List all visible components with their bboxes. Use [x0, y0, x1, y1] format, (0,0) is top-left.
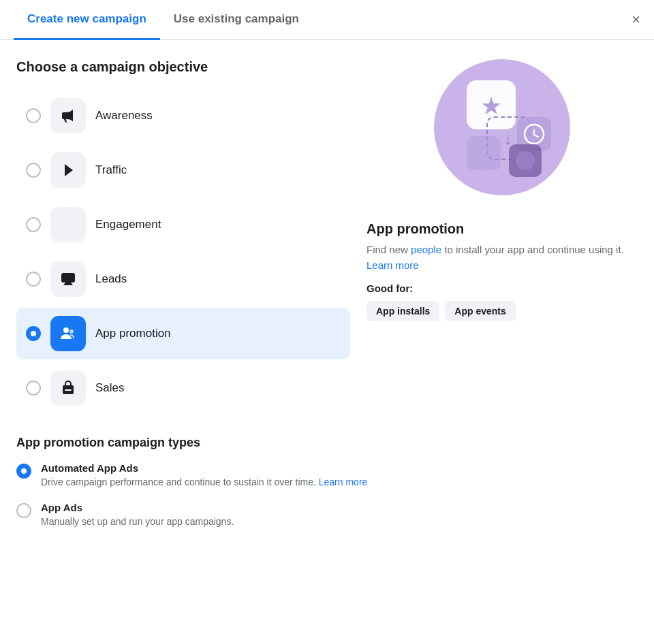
left-panel: Choose a campaign objective AwarenessTra…: [16, 59, 350, 417]
svg-text:↓: ↓: [504, 129, 512, 148]
objective-label-app_promotion: App promotion: [95, 327, 171, 340]
promo-desc-part1: Find new: [367, 244, 411, 255]
objective-label-leads: Leads: [95, 272, 127, 286]
icon-leads: [50, 261, 86, 297]
radio-sales: [26, 381, 41, 396]
campaign-types-list: Automated App AdsDrive campaign performa…: [16, 462, 638, 528]
objective-item-sales[interactable]: Sales: [16, 362, 350, 414]
icon-awareness: [50, 98, 86, 133]
section-title: Choose a campaign objective: [16, 59, 350, 75]
objective-item-app_promotion[interactable]: App promotion: [16, 308, 350, 359]
illustration-circle: ★ ↓: [434, 59, 570, 195]
campaign-type-text-automated: Automated App AdsDrive campaign performa…: [41, 462, 367, 489]
close-button[interactable]: ×: [632, 12, 640, 27]
radio-ct-app_ads: [16, 503, 31, 518]
objective-label-sales: Sales: [95, 381, 125, 395]
svg-rect-15: [467, 136, 501, 170]
campaign-types-title: App promotion campaign types: [16, 436, 638, 450]
objective-item-engagement[interactable]: 👍Engagement: [16, 199, 350, 251]
promo-title: App promotion: [367, 221, 638, 237]
icon-engagement: 👍: [50, 207, 86, 242]
icon-sales: [50, 370, 86, 406]
objective-item-leads[interactable]: Leads: [16, 253, 350, 305]
campaign-type-text-app_ads: App AdsManually set up and run your app …: [41, 502, 234, 529]
promo-description: Find new people to install your app and …: [367, 242, 638, 273]
tabs-bar: Create new campaign Use existing campaig…: [0, 0, 654, 40]
campaign-type-automated[interactable]: Automated App AdsDrive campaign performa…: [16, 462, 638, 489]
icon-traffic: [50, 152, 86, 188]
svg-rect-2: [61, 273, 75, 283]
svg-marker-0: [65, 164, 73, 176]
objective-label-traffic: Traffic: [95, 163, 127, 177]
campaign-type-link-automated[interactable]: Learn more: [319, 477, 368, 487]
radio-engagement: [26, 217, 41, 232]
objective-label-awareness: Awareness: [95, 109, 153, 123]
promo-desc-part2: to install your app and continue using i…: [441, 244, 624, 255]
objective-item-awareness[interactable]: Awareness: [16, 90, 350, 142]
modal-container: Create new campaign Use existing campaig…: [0, 0, 654, 644]
campaign-type-desc-app_ads: Manually set up and run your app campaig…: [41, 515, 234, 529]
tags-container: App installsApp events: [367, 301, 638, 321]
campaign-type-name-automated: Automated App Ads: [41, 462, 367, 474]
objectives-list: AwarenessTraffic👍EngagementLeadsApp prom…: [16, 90, 350, 414]
radio-awareness: [26, 108, 41, 123]
promo-link-people[interactable]: people: [411, 244, 441, 255]
svg-point-4: [69, 329, 74, 334]
campaign-type-desc-automated: Drive campaign performance and continue …: [41, 476, 367, 489]
tab-use-existing-campaign[interactable]: Use existing campaign: [160, 0, 313, 40]
svg-rect-6: [65, 389, 72, 391]
svg-text:👍: 👍: [62, 219, 76, 231]
campaign-type-name-app_ads: App Ads: [41, 502, 234, 513]
radio-traffic: [26, 163, 41, 178]
tag-app-events: App events: [445, 301, 515, 321]
main-content: Choose a campaign objective AwarenessTra…: [0, 40, 654, 436]
tab-create-new-campaign[interactable]: Create new campaign: [14, 0, 160, 40]
objective-item-traffic[interactable]: Traffic: [16, 144, 350, 196]
objective-label-engagement: Engagement: [95, 218, 161, 231]
right-panel: ★ ↓: [350, 59, 638, 417]
radio-leads: [26, 272, 41, 287]
promo-link-learn-more[interactable]: Learn more: [367, 259, 419, 271]
tag-app-installs: App installs: [367, 301, 439, 321]
campaign-type-app_ads[interactable]: App AdsManually set up and run your app …: [16, 502, 638, 529]
radio-ct-automated: [16, 464, 31, 479]
good-for-title: Good for:: [367, 283, 638, 294]
radio-app_promotion: [26, 326, 41, 341]
svg-text:★: ★: [480, 92, 502, 120]
svg-point-3: [63, 327, 69, 333]
icon-app_promotion: [50, 316, 86, 351]
svg-point-17: [516, 151, 535, 170]
campaign-types-section: App promotion campaign types Automated A…: [0, 436, 654, 557]
